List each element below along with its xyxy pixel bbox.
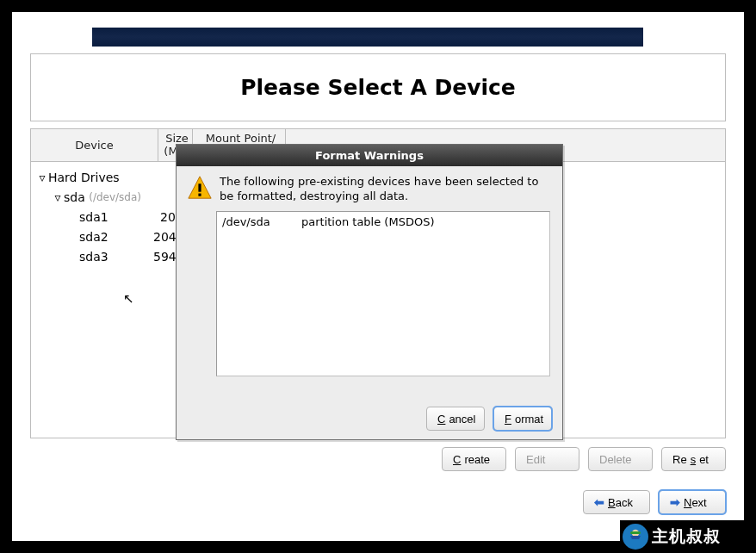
expand-icon[interactable]: ▿ bbox=[52, 190, 64, 204]
watermark-avatar-icon bbox=[623, 524, 648, 550]
format-button[interactable]: FormatFormat bbox=[493, 407, 552, 431]
warning-icon bbox=[187, 175, 214, 204]
tree-part-size: 594 bbox=[153, 250, 177, 264]
tree-part-label: sda2 bbox=[79, 230, 153, 244]
dialog-device-row[interactable]: /dev/sda partition table (MSDOS) bbox=[222, 215, 544, 228]
dialog-title: Format Warnings bbox=[177, 145, 562, 166]
dialog-device-desc: partition table (MSDOS) bbox=[301, 215, 434, 228]
edit-button: Edit bbox=[515, 447, 579, 471]
tree-part-label: sda3 bbox=[79, 250, 153, 264]
format-warnings-dialog: Format Warnings The following pre-existi… bbox=[176, 144, 563, 440]
arrow-right-icon: ➡ bbox=[670, 495, 680, 509]
tree-part-label: sda1 bbox=[79, 210, 160, 224]
tree-part-size: 20 bbox=[160, 210, 176, 224]
watermark-badge: 主机叔叔 bbox=[620, 520, 756, 553]
svg-rect-1 bbox=[198, 183, 201, 191]
page-title: Please Select A Device bbox=[31, 54, 725, 100]
title-frame: Please Select A Device bbox=[30, 53, 726, 121]
reset-button[interactable]: ResetReset bbox=[661, 447, 726, 471]
dialog-button-row: CancelCancel FormatFormat bbox=[426, 407, 552, 431]
tree-disk-label: sda bbox=[64, 190, 85, 204]
nav-button-row: ⬅ Back Back ➡ Next Next bbox=[583, 490, 726, 514]
tree-part-size: 204 bbox=[153, 230, 177, 244]
tree-root-label: Hard Drives bbox=[48, 171, 120, 184]
delete-button: Delete bbox=[588, 447, 653, 471]
svg-rect-2 bbox=[198, 194, 201, 196]
arrow-left-icon: ⬅ bbox=[594, 495, 604, 509]
col-device[interactable]: Device bbox=[31, 129, 158, 161]
next-button[interactable]: ➡ Next Next bbox=[659, 490, 726, 514]
tree-disk-path: (/dev/sda) bbox=[89, 191, 141, 203]
dialog-device-list[interactable]: /dev/sda partition table (MSDOS) bbox=[216, 211, 550, 376]
create-button[interactable]: CCreatereate bbox=[442, 447, 506, 471]
back-button[interactable]: ⬅ Back Back bbox=[583, 490, 650, 514]
watermark-text: 主机叔叔 bbox=[652, 525, 721, 548]
top-progress-bar bbox=[92, 28, 643, 47]
cancel-button[interactable]: CancelCancel bbox=[426, 407, 485, 431]
dialog-device-name: /dev/sda bbox=[222, 215, 301, 228]
expand-icon[interactable]: ▿ bbox=[36, 171, 48, 184]
crud-button-row: CCreatereate Edit Delete ResetReset bbox=[30, 447, 726, 471]
svg-rect-4 bbox=[630, 531, 641, 534]
dialog-message: The following pre-existing devices have … bbox=[220, 175, 550, 204]
installer-screen: Please Select A Device Device Size (MB) … bbox=[12, 12, 744, 541]
